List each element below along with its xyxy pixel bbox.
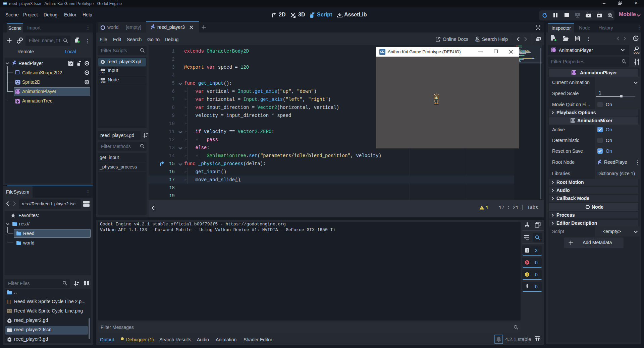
svg-text:DOC: DOC <box>101 81 106 83</box>
svg-text:DOC: DOC <box>476 40 480 42</box>
svg-text:DOC: DOC <box>634 51 640 54</box>
svg-text:DOC: DOC <box>101 71 106 74</box>
